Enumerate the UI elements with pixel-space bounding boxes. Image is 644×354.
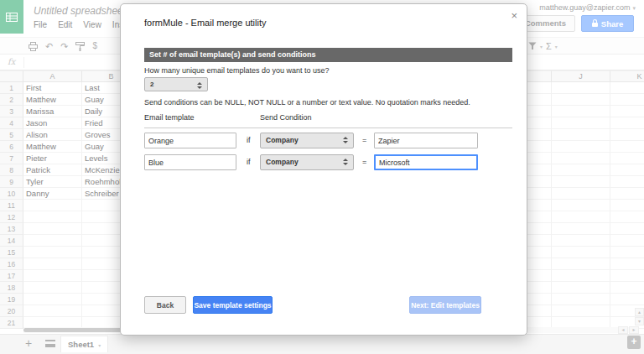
if-label: if (247, 136, 251, 144)
spinner-icon (343, 159, 348, 165)
condition-rows: ifCompany=ifCompany= (144, 133, 512, 176)
table-separator (144, 128, 512, 128)
section-header: Set # of email template(s) and send cond… (144, 48, 512, 62)
app-root: Untitled spreadsheet FileEditViewInsert … (0, 0, 644, 354)
condition-field-value: Company (266, 158, 299, 166)
equals-label: = (362, 136, 366, 144)
template-count-select[interactable]: 2 (144, 77, 208, 91)
spinner-up-icon (343, 137, 348, 139)
send-condition-column-label: Send Condition (260, 113, 312, 122)
send-conditions-note: Send conditions can be NULL, NOT NULL or… (144, 98, 470, 107)
condition-value-input-2[interactable] (374, 154, 478, 170)
condition-row-2: ifCompany= (144, 154, 512, 170)
save-template-settings-button[interactable]: Save template settings (193, 296, 273, 314)
condition-value-input-1[interactable] (374, 133, 478, 148)
close-icon[interactable]: × (511, 10, 517, 21)
condition-field-select-2[interactable]: Company (260, 154, 354, 170)
email-template-column-label: Email template (144, 113, 195, 122)
template-count-question: How many unique email templates do you w… (144, 66, 330, 75)
template-name-input-1[interactable] (144, 133, 236, 148)
condition-field-value: Company (266, 136, 299, 144)
template-count-value: 2 (150, 81, 153, 88)
condition-row-1: ifCompany= (144, 133, 512, 148)
if-label: if (247, 158, 251, 166)
spinner-up-icon (343, 159, 348, 161)
formmule-dialog: × formMule - Email merge utility Set # o… (120, 3, 527, 336)
equals-label: = (362, 158, 366, 166)
spinner-down-icon (343, 141, 348, 143)
spinner-icon (343, 137, 348, 143)
spinner-icon (197, 82, 202, 89)
template-name-input-2[interactable] (144, 154, 236, 170)
condition-field-select-1[interactable]: Company (260, 133, 354, 148)
spinner-down-icon (343, 163, 348, 165)
dialog-title: formMule - Email merge utility (144, 18, 266, 28)
next-edit-templates-button[interactable]: Next: Edit templates (409, 296, 481, 314)
back-button[interactable]: Back (144, 296, 186, 314)
